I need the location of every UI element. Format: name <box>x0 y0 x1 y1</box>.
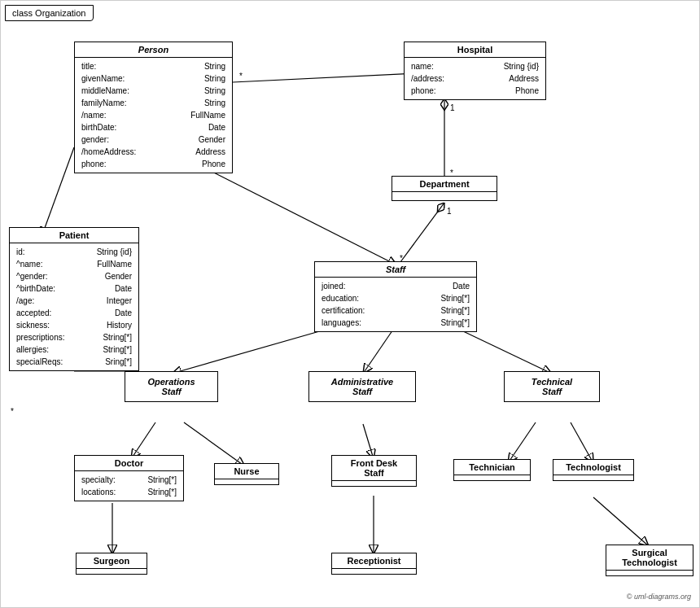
surgical-technologist-class-name: SurgicalTechnologist <box>606 545 693 571</box>
copyright: © uml-diagrams.org <box>627 593 691 601</box>
svg-text:*: * <box>11 407 14 416</box>
hospital-class: Hospital name:String {id} /address:Addre… <box>404 42 546 100</box>
svg-line-20 <box>508 422 536 463</box>
patient-class-name: Patient <box>10 228 138 243</box>
svg-text:1: 1 <box>447 207 452 216</box>
svg-line-3 <box>42 147 74 237</box>
svg-line-4 <box>188 160 397 265</box>
department-class: Department <box>392 176 497 201</box>
nurse-class-name: Nurse <box>215 464 278 479</box>
receptionist-class: Receptionist <box>331 553 417 575</box>
svg-line-18 <box>184 422 245 466</box>
hospital-class-attrs: name:String {id} /address:Address phone:… <box>405 58 545 99</box>
svg-line-24 <box>593 497 649 546</box>
department-class-attrs <box>392 192 497 200</box>
technologist-class: Technologist <box>553 459 634 481</box>
doctor-class-name: Doctor <box>75 456 183 471</box>
administrative-staff-class: AdministrativeStaff <box>308 371 416 402</box>
front-desk-staff-class-name: Front DeskStaff <box>332 456 416 481</box>
doctor-class-attrs: specialty:String[*] locations:String[*] <box>75 471 183 501</box>
staff-class-attrs: joined:Date education:String[*] certific… <box>315 278 476 331</box>
svg-line-11 <box>233 72 432 82</box>
operations-staff-class-name: OperationsStaff <box>125 375 217 398</box>
receptionist-class-name: Receptionist <box>332 553 416 569</box>
technical-staff-class: TechnicalStaff <box>504 371 600 402</box>
patient-class: Patient id:String {id} ^name:FullName ^g… <box>9 227 139 371</box>
technician-class-name: Technician <box>454 460 530 475</box>
surgical-technologist-class-attrs <box>606 571 693 575</box>
svg-line-17 <box>131 422 155 459</box>
person-class: Person title:String givenName:String mid… <box>74 42 233 173</box>
diagram-container: class Organization 1 * <box>0 0 700 608</box>
technician-class-attrs <box>454 475 530 480</box>
technical-staff-class-name: TechnicalStaff <box>505 375 599 398</box>
nurse-class: Nurse <box>214 463 279 485</box>
hospital-class-name: Hospital <box>405 42 545 58</box>
receptionist-class-attrs <box>332 569 416 574</box>
svg-text:*: * <box>239 72 243 81</box>
nurse-class-attrs <box>215 479 278 484</box>
svg-text:1: 1 <box>450 103 455 112</box>
staff-class: Staff joined:Date education:String[*] ce… <box>314 261 477 332</box>
department-class-name: Department <box>392 177 497 192</box>
diagram-title: class Organization <box>5 5 94 21</box>
person-class-name: Person <box>75 42 232 58</box>
technologist-class-name: Technologist <box>553 460 633 475</box>
svg-line-19 <box>363 424 374 459</box>
front-desk-staff-class: Front DeskStaff <box>331 455 417 487</box>
svg-line-21 <box>571 422 593 463</box>
doctor-class: Doctor specialty:String[*] locations:Str… <box>74 455 184 501</box>
svg-line-8 <box>398 203 444 265</box>
technologist-class-attrs <box>553 475 633 480</box>
surgeon-class-attrs <box>77 569 147 574</box>
front-desk-staff-class-attrs <box>332 481 416 486</box>
staff-class-name: Staff <box>315 262 476 278</box>
surgeon-class: Surgeon <box>76 553 147 575</box>
technician-class: Technician <box>453 459 531 481</box>
surgical-technologist-class: SurgicalTechnologist <box>606 545 693 576</box>
operations-staff-class: OperationsStaff <box>125 371 218 402</box>
patient-class-attrs: id:String {id} ^name:FullName ^gender:Ge… <box>10 243 138 370</box>
administrative-staff-class-name: AdministrativeStaff <box>309 375 415 398</box>
surgeon-class-name: Surgeon <box>77 553 147 569</box>
person-class-attrs: title:String givenName:String middleName… <box>75 58 232 173</box>
